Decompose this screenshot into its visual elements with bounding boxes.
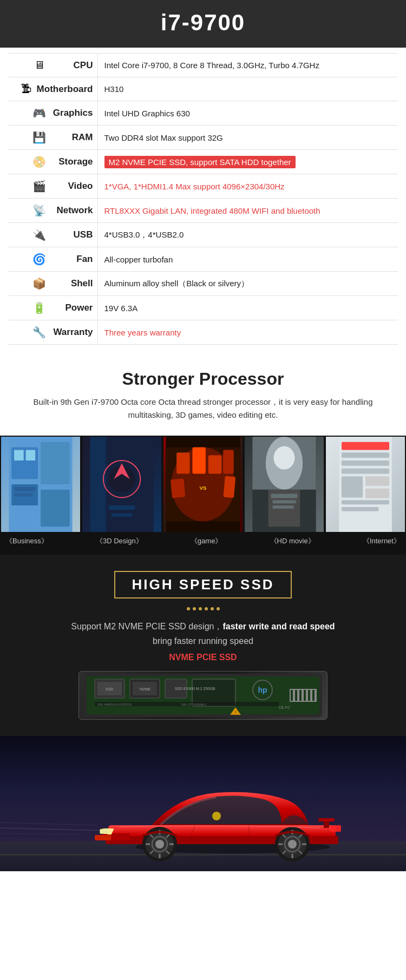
spec-value-cell: H310 (97, 77, 398, 101)
spec-label-text: Power (50, 302, 93, 313)
spec-label-text: USB (50, 229, 93, 240)
svg-rect-109 (330, 825, 341, 832)
spec-value-cell: Aluminum alloy shell（Black or silvery） (97, 272, 398, 296)
processor-title: Stronger Processor (16, 369, 390, 389)
spec-value-cell: Intel Core i7-9700, 8 Core 8 Thread, 3.0… (97, 54, 398, 77)
svg-rect-42 (342, 500, 389, 504)
spec-value-cell: Three years warranty (97, 320, 398, 345)
svg-text:CE FC: CE FC (279, 706, 290, 709)
spec-row-graphics: 🎮 Graphics Intel UHD Graphics 630 (8, 101, 398, 126)
spec-label-inner: 📀 Storage (14, 155, 93, 168)
collage-internet (326, 437, 405, 532)
svg-rect-49 (299, 690, 302, 701)
spec-label-cell: 📡 Network (8, 199, 97, 223)
svg-rect-35 (342, 442, 389, 450)
collage-business (1, 437, 80, 532)
spec-label-cell: 🔌 USB (8, 223, 97, 247)
svg-rect-21 (208, 455, 221, 473)
collage-label-business: 《Business》 (5, 536, 48, 546)
spec-value-red: RTL8XXX Gigabit LAN, integrated 480M WIF… (104, 206, 320, 215)
spec-icon-usb: 🔌 (32, 228, 47, 241)
spec-label-cell: 🔋 Power (8, 296, 97, 320)
spec-row-fan: 🌀 Fan All-copper turbofan (8, 247, 398, 272)
spec-label-text: Fan (50, 254, 93, 265)
collage-label-design: 《3D Design》 (96, 536, 143, 546)
svg-point-29 (273, 446, 294, 470)
spec-icon-fan: 🌀 (32, 253, 47, 266)
svg-rect-40 (365, 476, 389, 486)
spec-row-warranty: 🔧 Warranty Three years warranty (8, 320, 398, 345)
spec-value-cell: RTL8XXX Gigabit LAN, integrated 480M WIF… (97, 199, 398, 223)
svg-text:S/N: 27Y343546LY: S/N: 27Y343546LY (181, 703, 207, 706)
spec-label-text: Motherboard (37, 84, 93, 95)
collage-movie (245, 437, 324, 532)
collage-label-internet: 《Internet》 (363, 536, 401, 546)
spec-label-cell: 💾 RAM (8, 126, 97, 150)
spec-label-text: Graphics (50, 108, 93, 119)
car-section (0, 736, 406, 871)
ssd-desc-part1: Support M2 NVME PCIE SSD design， (71, 622, 222, 631)
spec-value-cell: M2 NVME PCIE SSD, support SATA HDD toget… (97, 150, 398, 174)
ssd-label: NVME PCIE SSD (11, 653, 395, 662)
spec-label-inner: 🔋 Power (14, 301, 93, 314)
svg-rect-43 (342, 507, 378, 511)
svg-rect-22 (223, 450, 234, 473)
spec-label-text: RAM (50, 132, 93, 143)
svg-rect-14 (109, 505, 135, 510)
spec-value-cell: 19V 6.3A (97, 296, 398, 320)
svg-rect-6 (26, 450, 36, 461)
ssd-title: HIGH SPEED SSD (132, 576, 274, 593)
spec-label-cell: 🔧 Warranty (8, 320, 97, 345)
spec-label-inner: 💾 RAM (14, 131, 93, 144)
svg-rect-41 (365, 489, 389, 498)
svg-rect-8 (14, 494, 32, 497)
svg-point-112 (212, 812, 221, 820)
dot-2 (193, 607, 196, 610)
svg-rect-38 (342, 469, 389, 474)
spec-label-inner: 🌀 Fan (14, 253, 93, 266)
svg-rect-80 (95, 835, 111, 840)
spec-row-motherboard: 🗜 Motherboard H310 (8, 77, 398, 101)
svg-rect-33 (272, 505, 293, 509)
spec-label-text: Video (50, 181, 93, 192)
page-title: i7-9700 (0, 10, 406, 36)
spec-value-highlight: M2 NVME PCIE SSD, support SATA HDD toget… (104, 156, 296, 168)
ssd-description: Support M2 NVME PCIE SSD design，faster w… (11, 619, 395, 648)
spec-value-cell: 4*USB3.0，4*USB2.0 (97, 223, 398, 247)
svg-point-86 (155, 840, 164, 849)
spec-row-storage: 📀 Storage M2 NVME PCIE SSD, support SATA… (8, 150, 398, 174)
svg-rect-82 (318, 818, 335, 821)
dot-4 (205, 607, 208, 610)
svg-rect-3 (41, 442, 70, 484)
svg-text:S/N: H4B32A3-611D5719: S/N: H4B32A3-611D5719 (97, 703, 132, 706)
spec-label-cell: 📦 Shell (8, 272, 97, 296)
svg-rect-48 (295, 690, 297, 701)
svg-rect-20 (192, 448, 205, 474)
spec-icon-cpu: 🖥 (32, 59, 47, 71)
svg-rect-32 (272, 500, 296, 503)
spec-label-cell: 📀 Storage (8, 150, 97, 174)
svg-rect-50 (304, 690, 306, 701)
ssd-dots-row (11, 607, 395, 610)
spec-value-cell: Two DDR4 slot Max support 32G (97, 126, 398, 150)
spec-label-inner: 🖥 CPU (14, 59, 93, 71)
spec-icon-ram: 💾 (32, 131, 47, 144)
spec-label-text: Shell (50, 278, 93, 289)
svg-point-99 (288, 840, 297, 849)
svg-rect-39 (342, 476, 363, 497)
svg-rect-37 (342, 461, 389, 466)
spec-label-cell: 🖥 CPU (8, 54, 97, 77)
spec-row-power: 🔋 Power 19V 6.3A (8, 296, 398, 320)
collage-labels: 《Business》 《3D Design》 《game》 《HD movie》… (0, 533, 406, 549)
spec-value-cell: Intel UHD Graphics 630 (97, 101, 398, 126)
collage-label-movie: 《HD movie》 (270, 536, 315, 546)
collage-label-game: 《game》 (191, 536, 222, 546)
spec-icon-motherboard: 🗜 (19, 83, 34, 95)
spec-label-inner: 🗜 Motherboard (14, 83, 93, 95)
spec-icon-power: 🔋 (32, 301, 47, 314)
collage-inner: VS (0, 436, 406, 533)
svg-text:NVME: NVME (140, 687, 151, 691)
spec-icon-storage: 📀 (32, 155, 47, 168)
spec-value-red: Three years warranty (104, 328, 181, 337)
spec-label-text: Warranty (50, 327, 93, 338)
